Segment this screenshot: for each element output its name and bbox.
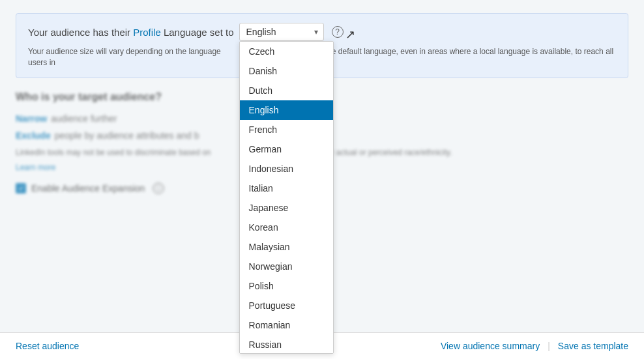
profile-language-section: Your audience has their Profile Language… <box>16 13 628 78</box>
enable-audience-label: Enable Audience Expansion <box>31 183 145 194</box>
profile-language-row: Your audience has their Profile Language… <box>28 23 616 41</box>
reset-audience-button[interactable]: Reset audience <box>16 341 79 351</box>
language-dropdown-menu[interactable]: Czech Danish Dutch English French German… <box>239 41 334 354</box>
language-dropdown-button[interactable]: English <box>239 23 324 41</box>
selected-language-label: English <box>246 27 276 37</box>
dropdown-item-malaysian[interactable]: Malaysian <box>240 237 333 257</box>
language-set-text: Language set to <box>164 27 234 38</box>
learn-more-link[interactable]: Learn more <box>16 163 55 172</box>
dropdown-item-polish[interactable]: Polish <box>240 276 333 296</box>
narrow-text: audience further <box>51 113 117 124</box>
dropdown-item-danish[interactable]: Danish <box>240 61 333 81</box>
dropdown-item-czech[interactable]: Czech <box>240 42 333 61</box>
dropdown-item-english[interactable]: English <box>240 100 333 120</box>
dropdown-item-indonesian[interactable]: Indonesian <box>240 159 333 179</box>
save-template-button[interactable]: Save as template <box>558 341 628 351</box>
exclude-text: people by audience attributes and b <box>55 130 199 141</box>
dropdown-item-japanese[interactable]: Japanese <box>240 198 333 218</box>
view-summary-button[interactable]: View audience summary <box>441 341 540 351</box>
narrow-label: Narrow <box>16 113 47 124</box>
dropdown-item-romanian[interactable]: Romanian <box>240 315 333 335</box>
dropdown-item-german[interactable]: German <box>240 139 333 159</box>
profile-language-intro: Your audience has their Profile Language… <box>28 27 234 38</box>
dropdown-item-italian[interactable]: Italian <box>240 179 333 198</box>
profile-highlight: Profile <box>133 27 161 38</box>
page-background: Your audience has their Profile Language… <box>0 0 644 359</box>
enable-help-icon[interactable]: ⓘ <box>153 182 164 194</box>
dropdown-item-korean[interactable]: Korean <box>240 218 333 237</box>
bottom-bar-right: View audience summary | Save as template <box>441 341 628 351</box>
enable-checkbox[interactable] <box>16 183 26 194</box>
dropdown-item-portuguese[interactable]: Portuguese <box>240 296 333 315</box>
dropdown-item-dutch[interactable]: Dutch <box>240 81 333 100</box>
exclude-label: Exclude <box>16 130 51 141</box>
dropdown-item-french[interactable]: French <box>240 120 333 139</box>
dropdown-item-russian[interactable]: Russian <box>240 335 333 354</box>
dropdown-item-norwegian[interactable]: Norwegian <box>240 257 333 276</box>
language-dropdown-trigger[interactable]: English Czech Danish Dutch English Frenc… <box>239 23 324 41</box>
help-icon[interactable]: ? <box>332 26 344 38</box>
